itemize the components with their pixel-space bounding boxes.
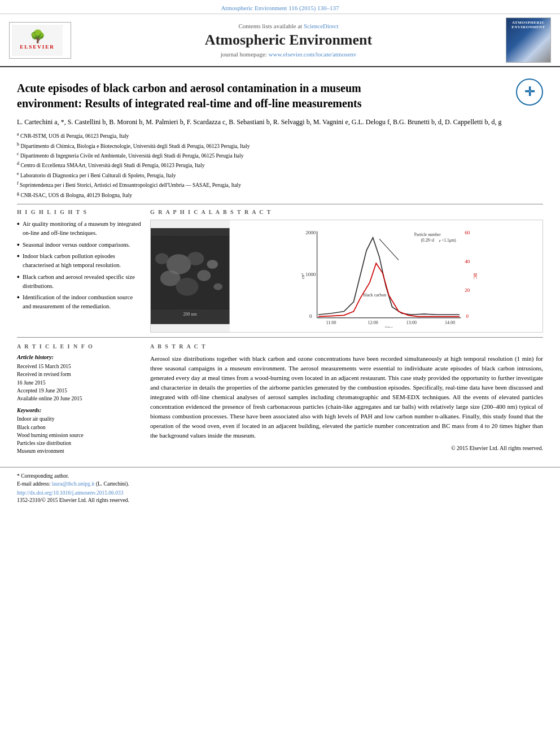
copyright: © 2015 Elsevier Ltd. All rights reserved… [150,445,543,451]
abstract-heading: A B S T R A C T [150,343,543,350]
graphical-abstract-heading: G R A P H I C A L A B S T R A C T [150,209,543,215]
highlights-section: H I G H L I G H T S Air quality monitori… [17,209,141,333]
highlights-graphical-section: H I G H L I G H T S Air quality monitori… [17,209,543,333]
highlight-item: Black carbon and aerosol revealed specif… [17,273,141,291]
affiliations-section: a CNR-ISTM, UOS di Perugia, 06123 Perugi… [17,131,543,199]
svg-text:0: 0 [309,313,312,319]
sciencedirect-link[interactable]: ScienceDirect [304,23,339,29]
email-link[interactable]: laura@thch.unipg.it [52,481,95,487]
scale-bar: 200 nm [183,312,196,317]
cover-title: ATMOSPHERIC ENVIRONMENT [509,20,548,30]
svg-point-4 [197,270,211,281]
svg-text:Particle number: Particle number [414,233,441,238]
svg-text:p: p [439,239,441,242]
chart-svg: 2000 1000 0 60 40 20 0 cn³ [241,225,537,327]
abstract-section: A B S T R A C T Aerosol size distributio… [150,343,543,456]
svg-text:cn³: cn³ [300,273,305,279]
article-dates: Received 15 March 2015 Received in revis… [17,362,141,403]
divider-2 [17,337,543,338]
keyword-item: Wood burning emission source [17,431,141,439]
svg-point-5 [176,277,199,295]
title-row: Acute episodes of black carbon and aeros… [17,73,543,117]
keyword-item: Particles size distribution [17,439,141,447]
svg-text:BC: BC [473,273,478,279]
journal-title-header: Atmospheric Environment [77,32,500,49]
highlight-item: Identification of the indoor combustion … [17,293,141,311]
svg-text:0: 0 [466,313,469,319]
article-info-section: A R T I C L E I N F O Article history: R… [17,343,141,456]
keyword-item: Indoor air quality [17,415,141,423]
svg-text:12:00: 12:00 [368,320,378,325]
top-bar: Atmospheric Environment 116 (2015) 130–1… [0,0,560,14]
corresponding-note: * Corresponding author. [17,473,543,479]
authors-line: L. Cartechini a, *, S. Castellini b, B. … [17,117,543,128]
highlights-list: Air quality monitoring of a museum by in… [17,220,141,311]
graphical-abstract-section: G R A P H I C A L A B S T R A C T [150,209,543,333]
svg-text:black carbon: black carbon [364,292,387,298]
em-image: 200 nm [151,228,230,324]
article-info-abstract-section: A R T I C L E I N F O Article history: R… [17,343,543,456]
email-line: E-mail address: laura@thch.unipg.it (L. … [17,481,543,487]
contents-available-text: Contents lists available at ScienceDirec… [77,23,500,29]
doi-link: http://dx.doi.org/10.1016/j.atmosenv.201… [17,490,543,496]
elsevier-brand: ELSEVIER [20,44,55,50]
highlights-heading: H I G H L I G H T S [17,209,141,215]
elsevier-logo: 🌳 ELSEVIER [9,22,71,59]
highlight-item: Indoor black carbon pollution episodes c… [17,252,141,270]
article-info-heading: A R T I C L E I N F O [17,343,141,350]
svg-text:time: time [385,325,393,327]
svg-rect-0 [151,236,229,309]
svg-text:11:00: 11:00 [326,320,336,325]
keywords-list: Indoor air quality Black carbon Wood bur… [17,415,141,455]
svg-text:(0.28<d: (0.28<d [421,238,435,243]
abstract-text: Aerosol size distributions together with… [150,354,543,440]
journal-homepage: journal homepage: www.elsevier.com/locat… [77,51,500,58]
chart-area: 2000 1000 0 60 40 20 0 cn³ [230,220,542,332]
highlight-item: Air quality monitoring of a museum by in… [17,220,141,238]
keywords-label: Keywords: [17,407,141,413]
svg-text:13:00: 13:00 [406,320,417,325]
crossmark: ✛ [516,78,543,106]
divider-1 [17,204,543,204]
footer-section: * Corresponding author. E-mail address: … [0,467,560,509]
svg-text:20: 20 [465,287,470,293]
svg-text:<1.1μm): <1.1μm) [441,238,456,243]
doi-anchor[interactable]: http://dx.doi.org/10.1016/j.atmosenv.201… [17,490,123,496]
svg-text:2000: 2000 [305,230,316,235]
header-section: 🌳 ELSEVIER Contents lists available at S… [0,14,560,67]
svg-point-6 [207,260,218,269]
header-middle: Contents lists available at ScienceDirec… [71,23,506,58]
graphical-abstract-image: 200 nm 2000 1000 0 60 40 20 0 [150,220,543,333]
article-history-label: Article history: [17,354,141,360]
svg-line-24 [379,239,399,260]
svg-point-8 [213,283,222,290]
svg-text:60: 60 [465,230,470,235]
svg-text:14:00: 14:00 [445,320,455,325]
journal-homepage-link[interactable]: www.elsevier.com/locate/atmosenv [269,51,357,58]
journal-reference: Atmospheric Environment 116 (2015) 130–1… [221,5,339,11]
svg-text:40: 40 [465,259,470,264]
article-title: Acute episodes of black carbon and aeros… [17,81,427,111]
main-content: Acute episodes of black carbon and aeros… [0,67,560,461]
svg-point-7 [155,253,169,264]
highlight-item: Seasonal indoor versus outdoor compariso… [17,241,141,250]
keyword-item: Black carbon [17,423,141,431]
svg-point-2 [187,252,204,265]
keyword-item: Museum environment [17,447,141,455]
svg-text:1000: 1000 [305,272,316,277]
issn-line: 1352-2310/© 2015 Elsevier Ltd. All right… [17,497,543,503]
journal-cover: ATMOSPHERIC ENVIRONMENT [506,18,551,63]
